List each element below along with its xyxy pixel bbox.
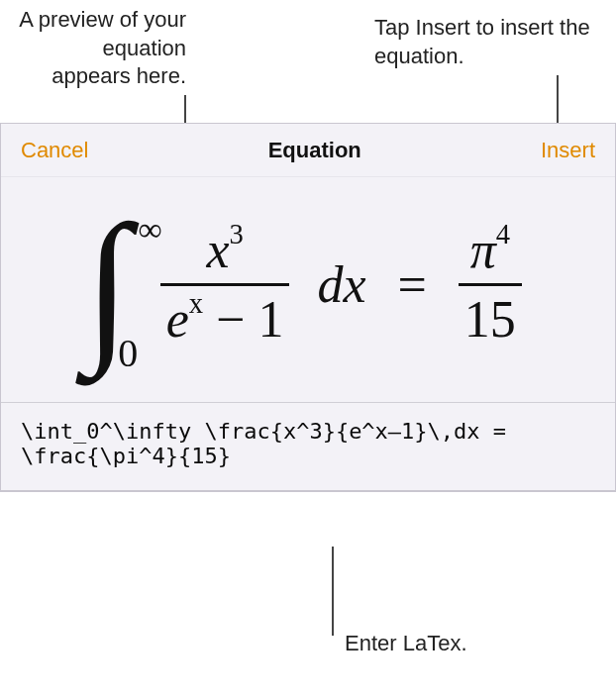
dialog-toolbar: Cancel Equation Insert (1, 124, 615, 177)
integral-upper-bound: ∞ (138, 211, 161, 249)
fraction-bar-2 (459, 283, 522, 286)
integrand-fraction: x3 ex − 1 (160, 221, 290, 349)
equation-preview: ∫ ∞ 0 x3 ex − 1 dx = π4 (1, 177, 615, 402)
result-denominator: 15 (459, 290, 522, 349)
den-e: e (166, 291, 189, 348)
den-tail: − 1 (203, 291, 283, 348)
dx-x: x (343, 256, 365, 313)
integral-symbol: ∫ ∞ 0 (84, 217, 143, 352)
fraction-bar (160, 283, 290, 286)
num-base: x (206, 222, 229, 278)
equation-rendered: ∫ ∞ 0 x3 ex − 1 dx = π4 (84, 217, 532, 352)
dx-term: dx (317, 255, 365, 314)
equals-sign: = (398, 255, 427, 314)
callout-latex-text: Enter LaTex. (345, 630, 467, 658)
num-exp: 3 (229, 219, 243, 250)
latex-input[interactable]: \int_0^\infty \frac{x^3}{e^x–1}\,dx = \f… (1, 402, 615, 490)
insert-button[interactable]: Insert (541, 138, 595, 163)
integral-lower-bound: 0 (118, 330, 138, 376)
dialog-title: Equation (268, 138, 361, 163)
callout-latex-line (332, 547, 334, 636)
result-fraction: π4 15 (459, 221, 522, 349)
result-num-base: π (470, 222, 496, 278)
integrand-denominator: ex − 1 (160, 290, 290, 349)
panel-divider (1, 490, 615, 491)
callout-insert-text: Tap Insert to insert the equation. (374, 14, 604, 70)
equation-dialog: Cancel Equation Insert ∫ ∞ 0 x3 ex − 1 d… (0, 123, 616, 492)
callout-preview-text: A preview of your equation appears here. (18, 6, 186, 91)
result-num-exp: 4 (496, 219, 510, 250)
result-numerator: π4 (464, 221, 516, 279)
den-e-exp: x (189, 288, 203, 319)
dx-d: d (317, 256, 343, 313)
integrand-numerator: x3 (200, 221, 249, 279)
cancel-button[interactable]: Cancel (21, 138, 88, 163)
